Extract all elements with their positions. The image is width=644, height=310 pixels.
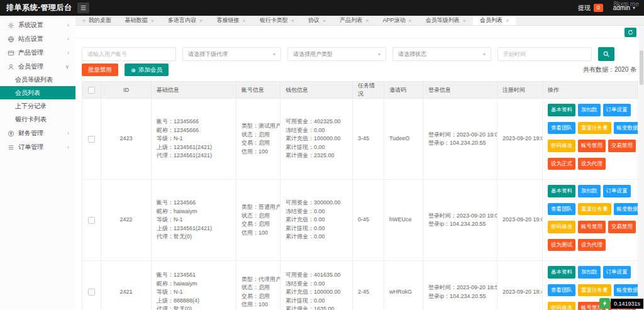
sidebar-subitem[interactable]: 会员列表: [0, 86, 75, 99]
menu-toggle-button[interactable]: ☰: [77, 3, 89, 13]
row-checkbox[interactable]: [88, 217, 95, 224]
action-button[interactable]: 账变数据: [614, 284, 638, 297]
tab-item[interactable]: 银行卡类型×: [253, 16, 301, 25]
agent-select[interactable]: 请选择下级代理 ▾: [182, 47, 281, 61]
action-button[interactable]: 重置任务量: [578, 122, 611, 135]
filter-bar: 请选择下级代理 ▾ 请选择用户类型 ▾ 请选择状态 ▾: [82, 47, 614, 61]
action-button[interactable]: 查看团队: [548, 203, 575, 216]
user-type-select[interactable]: 请选择用户类型 ▾: [287, 47, 386, 61]
action-button[interactable]: 基本资料: [548, 266, 575, 279]
tab-label: 会员列表: [480, 16, 502, 25]
tab-item[interactable]: 基础数据×: [118, 16, 161, 25]
action-button[interactable]: 订单设置: [603, 266, 631, 279]
close-icon[interactable]: ×: [365, 18, 369, 24]
invite-code-cell: wHRokG: [384, 261, 423, 310]
sidebar-subitem[interactable]: 会员等级列表: [0, 73, 75, 86]
performance-icon[interactable]: [599, 298, 610, 309]
close-icon[interactable]: ×: [242, 18, 245, 24]
close-icon[interactable]: ×: [323, 18, 326, 24]
status-select[interactable]: 请选择状态 ▾: [392, 47, 491, 61]
action-button[interactable]: 密码修改: [548, 221, 575, 233]
invite-code-cell: hWEUce: [384, 180, 423, 261]
action-button[interactable]: 加扣款: [578, 104, 601, 116]
wallet-info-cell-line: 冻结资金：0.00: [286, 208, 347, 216]
tab-item[interactable]: 客服链接×: [209, 16, 252, 25]
action-button[interactable]: 账变数据: [614, 122, 638, 135]
close-icon[interactable]: ×: [151, 18, 154, 24]
action-button[interactable]: 订单设置: [603, 104, 631, 116]
start-time-input[interactable]: [497, 47, 592, 61]
sidebar-item[interactable]: 会员管理∨: [0, 60, 75, 73]
account-search-input[interactable]: [82, 47, 176, 61]
close-icon[interactable]: ×: [408, 18, 411, 24]
action-button[interactable]: 订单设置: [603, 185, 631, 197]
sidebar-item[interactable]: 系统设置‹: [0, 19, 75, 31]
action-button[interactable]: 加扣款: [578, 185, 601, 197]
select-all-header: [82, 82, 101, 99]
add-member-button[interactable]: ⊕ 添加会员: [125, 64, 169, 76]
wallet-info-cell-line: 可用资金：401635.00: [286, 271, 347, 280]
account-info-cell-line: 类型：测试用户: [242, 122, 275, 131]
sidebar: 系统设置‹站点设置‹产品管理‹会员管理∨会员等级列表会员列表上下分记录银行卡列表…: [0, 16, 75, 310]
sidebar-item[interactable]: 财务管理‹: [0, 127, 75, 140]
action-button[interactable]: 设为测试: [548, 239, 575, 252]
action-button[interactable]: 重置任务量: [578, 203, 611, 216]
row-checkbox[interactable]: [88, 289, 95, 296]
action-button[interactable]: 密码修改: [548, 302, 575, 310]
close-icon[interactable]: ×: [199, 18, 203, 24]
sidebar-item[interactable]: 产品管理‹: [0, 47, 75, 59]
action-button[interactable]: 加扣款: [578, 266, 601, 279]
base-info-cell: 账号：1234566昵称：haiwaiym等级：N-1上级：1234561(24…: [152, 180, 236, 261]
close-icon[interactable]: ×: [291, 18, 294, 24]
task-cell: 2-45: [353, 261, 384, 310]
action-button[interactable]: 设为正式: [548, 158, 575, 170]
tab-item[interactable]: 产品列表×: [333, 16, 375, 25]
users-icon: [8, 64, 14, 70]
tab-item[interactable]: ○我的桌面: [75, 16, 118, 25]
action-button[interactable]: 重置任务量: [578, 284, 611, 297]
action-button-row: 密码修改账号禁用交易禁用: [548, 140, 633, 152]
action-button[interactable]: 账变数据: [614, 203, 638, 216]
action-button[interactable]: 查看团队: [548, 122, 575, 135]
action-button[interactable]: 设为代理: [578, 239, 606, 252]
tab-active[interactable]: 会员列表×: [473, 16, 516, 25]
sidebar-item[interactable]: 订单管理‹: [0, 141, 75, 153]
account-info-cell-line: 状态：启用: [242, 212, 275, 221]
action-button[interactable]: 账号禁用: [578, 140, 606, 152]
withdraw-indicator[interactable]: 提现 0: [578, 4, 603, 13]
base-info-cell-line: 昵称：haiwaiym: [157, 208, 231, 216]
refresh-button[interactable]: [625, 28, 636, 37]
task-cell: 0-45: [353, 180, 384, 261]
close-icon[interactable]: ×: [506, 18, 509, 24]
batch-disable-button[interactable]: 批量禁用: [82, 64, 118, 76]
tab-item[interactable]: 会员等级列表×: [419, 16, 473, 25]
action-button[interactable]: 交易禁用: [608, 221, 636, 233]
column-header: 账号信息: [236, 82, 280, 99]
action-button[interactable]: 交易禁用: [608, 140, 636, 152]
login-info-cell-line: 登录ip：104.234.20.55: [428, 139, 492, 148]
tab-item[interactable]: APP滚动×: [375, 16, 418, 25]
sidebar-item[interactable]: 站点设置‹: [0, 33, 75, 45]
action-button[interactable]: 设为代理: [578, 158, 606, 170]
sidebar-subitem[interactable]: 银行卡列表: [0, 113, 75, 126]
action-button[interactable]: 账号禁用: [578, 221, 606, 233]
action-button[interactable]: 基本资料: [548, 104, 575, 116]
select-all-checkbox[interactable]: [88, 87, 95, 94]
vertical-scrollbar[interactable]: [639, 26, 644, 310]
row-checkbox[interactable]: [88, 136, 95, 143]
checkbox-cell: [82, 180, 101, 261]
action-button[interactable]: 密码修改: [548, 140, 575, 152]
action-button[interactable]: 查看团队: [548, 284, 575, 297]
chevron-down-icon: ▾: [633, 5, 635, 11]
account-info-cell-line: 类型：代理用户: [242, 275, 275, 284]
sidebar-subitem[interactable]: 上下分记录: [0, 99, 75, 113]
column-header: 邀请码: [384, 82, 423, 99]
search-button[interactable]: [598, 47, 614, 61]
user-menu[interactable]: admin ▾: [613, 4, 635, 11]
action-button[interactable]: 基本资料: [548, 185, 575, 197]
close-icon[interactable]: ×: [463, 18, 466, 24]
tab-item[interactable]: 协议×: [301, 16, 333, 25]
refresh-icon: [628, 30, 633, 35]
tab-item[interactable]: 多语言内容×: [161, 16, 209, 25]
scrollbar-thumb[interactable]: [640, 50, 643, 85]
